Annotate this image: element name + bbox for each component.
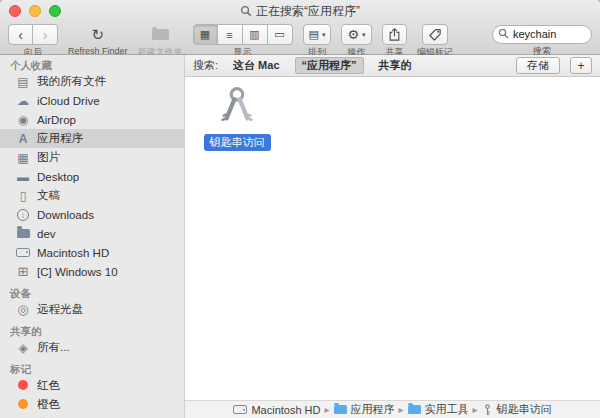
window-header: 正在搜索“应用程序” ‹ › 向后 ↻ Refresh Finder 新建文件夹 [0, 0, 600, 55]
documents-icon: ▯ [14, 190, 32, 202]
scope-shared[interactable]: 共享的 [372, 57, 419, 74]
sidebar-item-label: 远程光盘 [37, 302, 83, 317]
sidebar-item-windows-10[interactable]: ⊞[C] Windows 10 [0, 262, 184, 281]
all-files-icon: ▤ [14, 76, 32, 88]
view-icons-button[interactable]: ▦ [193, 24, 218, 45]
minimize-button[interactable] [29, 5, 41, 17]
back-icon: ‹ [18, 27, 23, 43]
sidebar-item-tag-red[interactable]: 红色 [0, 376, 184, 395]
sidebar-item-all-shared[interactable]: ◈所有... [0, 338, 184, 357]
close-button[interactable] [9, 5, 21, 17]
sidebar-item-icloud-drive[interactable]: ☁iCloud Drive [0, 91, 184, 110]
sidebar-item-tag-orange[interactable]: 橙色 [0, 395, 184, 414]
scope-label: 搜索: [193, 58, 218, 73]
sidebar-item-label: AirDrop [37, 114, 76, 126]
new-folder-group: 新建文件夹 [138, 24, 183, 59]
sidebar-item-label: 红色 [37, 378, 60, 393]
traffic-lights [9, 5, 61, 17]
coverflow-view-icon: ▭ [274, 28, 284, 41]
search-icon [498, 28, 509, 39]
arrange-icon: ▤ [309, 28, 319, 41]
view-list-button[interactable]: ≡ [218, 24, 243, 45]
sidebar-item-desktop[interactable]: ▬Desktop [0, 167, 184, 186]
path-bar: Macintosh HD ▸ 应用程序 ▸ 实用工具 ▸ 钥匙串访问 [185, 400, 600, 418]
share-icon [388, 27, 401, 42]
pictures-icon: ▦ [14, 152, 32, 164]
desktop-icon: ▬ [14, 171, 32, 183]
sidebar-item-label: 橙色 [37, 397, 60, 412]
main-area: 个人收藏 ▤我的所有文件 ☁iCloud Drive ◉AirDrop A应用程… [0, 55, 600, 418]
refresh-group: ↻ Refresh Finder [68, 24, 128, 56]
tags-group: 编辑标记 [417, 24, 453, 59]
path-item-label: 实用工具 [425, 402, 469, 417]
path-item-macintosh-hd[interactable]: Macintosh HD [233, 404, 320, 416]
view-columns-button[interactable]: ▥ [243, 24, 268, 45]
sidebar-item-label: 文稿 [37, 188, 60, 203]
search-group: 搜索 [492, 24, 592, 58]
path-item-keychain-access[interactable]: 钥匙串访问 [482, 402, 552, 417]
sidebar-item-remote-disc[interactable]: ◎远程光盘 [0, 300, 184, 319]
zoom-button[interactable] [49, 5, 61, 17]
content-column: 搜索: 这台 Mac “应用程序” 共享的 存储 + 钥匙串访问 [185, 55, 600, 418]
drive-icon [233, 405, 247, 414]
applications-icon: A [14, 133, 32, 145]
drive-icon [16, 248, 30, 257]
gear-icon: ⚙ [347, 27, 359, 42]
share-group: 共享 [382, 24, 407, 59]
file-keychain-access[interactable]: 钥匙串访问 [201, 85, 273, 151]
sidebar-item-label: Downloads [37, 209, 94, 221]
title-bar: 正在搜索“应用程序” [0, 0, 600, 22]
sidebar-item-applications[interactable]: A应用程序 [0, 129, 184, 148]
save-search-button[interactable]: 存储 [516, 57, 560, 74]
sidebar-item-documents[interactable]: ▯文稿 [0, 186, 184, 205]
folder-icon [17, 229, 30, 238]
new-folder-button[interactable] [152, 24, 169, 45]
arrange-button[interactable]: ▤ ▾ [303, 24, 332, 45]
sidebar-item-label: Macintosh HD [37, 247, 109, 259]
path-separator-icon: ▸ [473, 404, 478, 415]
new-folder-icon [152, 29, 169, 40]
path-item-label: 应用程序 [351, 402, 395, 417]
scope-applications[interactable]: “应用程序” [295, 57, 364, 74]
airdrop-icon: ◉ [14, 114, 32, 126]
share-button[interactable] [382, 24, 407, 45]
sidebar-item-airdrop[interactable]: ◉AirDrop [0, 110, 184, 129]
sidebar-item-tag-yellow[interactable]: 黄色 [0, 414, 184, 418]
back-forward-group: ‹ › 向后 [8, 24, 58, 59]
sidebar-item-pictures[interactable]: ▦图片 [0, 148, 184, 167]
path-separator-icon: ▸ [324, 404, 329, 415]
icloud-icon: ☁ [14, 95, 32, 107]
view-coverflow-button[interactable]: ▭ [268, 24, 293, 45]
path-item-utilities[interactable]: 实用工具 [408, 402, 469, 417]
scope-this-mac[interactable]: 这台 Mac [226, 57, 286, 74]
sidebar-section-favorites: 个人收藏 [0, 59, 184, 72]
sidebar-item-label: [C] Windows 10 [37, 266, 118, 278]
sidebar-item-label: 所有... [37, 340, 70, 355]
sidebar-item-label: iCloud Drive [37, 95, 100, 107]
sidebar-item-label: 应用程序 [37, 131, 83, 146]
folder-icon [408, 405, 421, 414]
sidebar-item-dev[interactable]: dev [0, 224, 184, 243]
back-button[interactable]: ‹ [8, 24, 33, 45]
refresh-icon: ↻ [91, 26, 104, 44]
list-view-icon: ≡ [226, 29, 232, 41]
forward-icon: › [43, 27, 48, 43]
refresh-button[interactable]: ↻ [91, 24, 104, 45]
action-button[interactable]: ⚙ ▾ [341, 24, 371, 45]
tag-orange-dot [18, 399, 28, 409]
finder-window: 正在搜索“应用程序” ‹ › 向后 ↻ Refresh Finder 新建文件夹 [0, 0, 600, 418]
arrange-group: ▤ ▾ 排列 [303, 24, 332, 59]
downloads-icon: ↓ [17, 209, 29, 221]
file-label: 钥匙串访问 [204, 134, 271, 151]
edit-tags-button[interactable] [422, 24, 448, 45]
forward-button[interactable]: › [33, 24, 58, 45]
icon-view-icon: ▦ [200, 28, 210, 41]
tag-red-dot [18, 380, 28, 390]
add-criteria-button[interactable]: + [570, 57, 592, 74]
sidebar-item-all-my-files[interactable]: ▤我的所有文件 [0, 72, 184, 91]
sidebar-item-macintosh-hd[interactable]: Macintosh HD [0, 243, 184, 262]
sidebar-item-downloads[interactable]: ↓Downloads [0, 205, 184, 224]
window-title-text: 正在搜索“应用程序” [256, 3, 360, 20]
tag-icon [428, 28, 442, 42]
path-item-applications[interactable]: 应用程序 [334, 402, 395, 417]
